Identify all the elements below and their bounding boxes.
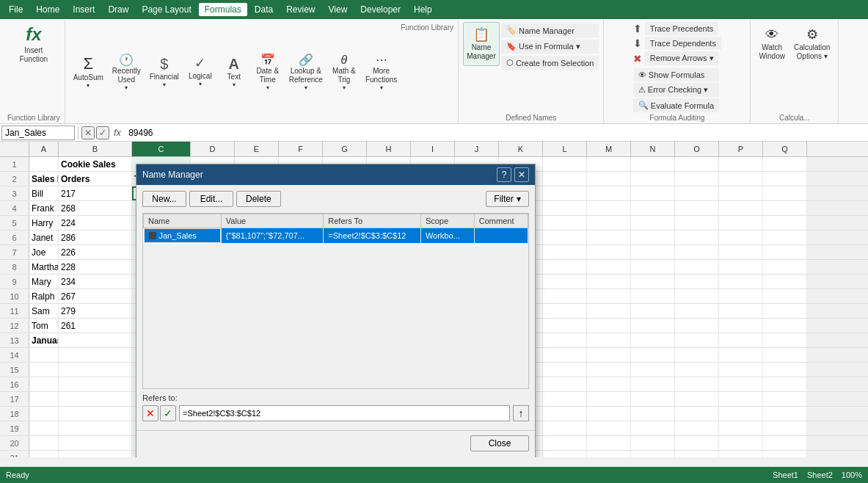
refers-to-row: ✕ ✓ ↑ [142,405,529,421]
calculation-options-button[interactable]: ⚙ CalculationOptions ▾ [790,22,834,66]
define-name-button[interactable]: 🏷️ Name Manager [501,23,599,37]
ribbon-content: fx InsertFunction [16,22,51,112]
menu-item-page-layout[interactable]: Page Layout [136,3,197,16]
ribbon-group-calculation: 👁 WatchWindow ⚙ CalculationOptions ▾ Cal… [751,21,839,123]
refers-to-section: Refers to: ✕ ✓ ↑ [142,393,529,421]
refers-to-cancel-btn[interactable]: ✓ [160,405,176,421]
menu-bar: // Render menu items inline after data l… [0,0,868,19]
menu-item-home[interactable]: Home [30,3,65,16]
cell-name: Jan_Sales [144,228,221,243]
evaluate-formula-button[interactable]: 🔍 Evaluate Formula [633,98,719,112]
dialog-toolbar: New... Edit... Delete Filter ▾ [142,191,529,207]
dialog-footer: Close [136,430,535,457]
trace-precedents-button[interactable]: Trace Precedents [645,22,718,35]
filter-dropdown-icon: ▾ [517,194,521,204]
insert-function-button[interactable]: fx InsertFunction [16,22,51,66]
show-formulas-button[interactable]: 👁 Show Formulas [633,68,719,81]
remove-arrows-button[interactable]: Remove Arrows ▾ [645,51,719,65]
menu-item-developer[interactable]: Developer [354,3,406,16]
menu-item-view[interactable]: View [323,3,354,16]
delete-button[interactable]: Delete [236,191,281,207]
ribbon-group-formula-auditing: ⬆ Trace Precedents ⬇ Trace Dependents ✖ … [604,21,751,123]
col-header-comment: Comment [474,214,528,228]
new-button[interactable]: New... [142,191,186,207]
refers-to-expand-btn[interactable]: ↑ [513,405,529,421]
fx-label[interactable]: fx [114,127,121,138]
ribbon-group-insert-fn: fx InsertFunction Function Library [3,21,65,123]
filter-label: Filter [494,194,514,204]
defined-names-content: 📋 NameManager 🏷️ Name Manager 🔖 Use in F… [463,22,599,112]
create-from-selection-button[interactable]: ⬡ Create from Selection [501,56,599,70]
cell-refers: =Sheet2!$C$3:$C$12 [324,228,421,244]
table-row[interactable]: Jan_Sales {"$81,107";"$72,707... =Sheet2… [144,228,528,244]
ribbon-groups: fx InsertFunction Function Library Σ Aut… [3,21,865,123]
formula-auditing-label: Formula Auditing [649,114,704,122]
refers-to-input[interactable] [179,405,510,421]
dialog-overlay: Name Manager ? ✕ New... Edit... Delete F… [0,142,868,457]
menu-item-review[interactable]: Review [280,3,321,16]
formula-bar: ✕ ✓ fx [0,124,868,142]
calculation-label: Calcula... [779,114,810,122]
cell-value: {"$81,107";"$72,707... [221,228,323,244]
dialog-close-button[interactable]: ✕ [514,167,529,182]
name-manager-button[interactable]: 📋 NameManager [463,22,500,66]
dialog-title: Name Manager [142,170,203,180]
menu-item-formulas[interactable]: Formulas [199,3,247,16]
cell-comment [474,228,528,244]
dialog-toolbar-left: New... Edit... Delete [142,191,281,207]
close-dialog-button[interactable]: Close [470,435,529,451]
date-time-button[interactable]: 📅 Date &Time ▾ [252,50,284,94]
confirm-formula-button[interactable]: ✓ [96,126,109,139]
name-box[interactable] [1,126,75,140]
ribbon-group-functions: Σ AutoSum ▾ 🕐 RecentlyUsed ▾ $ Financial… [65,21,459,123]
col-header-value: Value [221,214,323,228]
name-manager-dialog: Name Manager ? ✕ New... Edit... Delete F… [136,164,536,457]
col-header-refers: Refers To [324,214,421,228]
cell-name-value: Jan_Sales [159,231,197,240]
col-header-scope: Scope [420,214,474,228]
formula-icons: ✕ ✓ [81,126,109,139]
refers-to-icons: ✕ ✓ [142,405,176,421]
nm-table-container: Name Value Refers To Scope Comment [142,213,529,389]
menu-item-draw[interactable]: Draw [102,3,134,16]
logical-button[interactable]: ✓ Logical ▾ [184,50,216,94]
math-trig-button[interactable]: θ Math &Trig ▾ [328,50,360,94]
function-library-label: Function Library [7,114,60,122]
more-functions-button[interactable]: ⋯ MoreFunctions ▾ [362,50,401,94]
dialog-title-bar: Name Manager ? ✕ [136,164,535,185]
defined-names-label: Defined Names [506,114,556,122]
financial-button[interactable]: $ Financial ▾ [146,50,183,94]
nm-table: Name Value Refers To Scope Comment [143,214,528,244]
error-checking-button[interactable]: ⚠ Error Checking ▾ [633,83,719,97]
text-button[interactable]: A Text ▾ [218,50,250,94]
trace-dependents-button[interactable]: Trace Dependents [645,37,721,50]
ribbon: fx InsertFunction Function Library Σ Aut… [0,19,868,124]
formula-bar-separator [78,126,79,139]
row-icon [149,232,156,239]
lookup-reference-button[interactable]: 🔗 Lookup &Reference ▾ [285,50,327,94]
cell-scope: Workbo... [420,228,474,244]
refers-to-label: Refers to: [142,393,529,402]
menu-item-file[interactable]: File [3,3,29,16]
function-library-label2: Function Library [401,23,453,122]
menu-item-insert[interactable]: Insert [67,3,101,16]
calculation-content: 👁 WatchWindow ⚙ CalculationOptions ▾ [755,22,834,112]
dialog-help-button[interactable]: ? [497,167,511,182]
filter-button[interactable]: Filter ▾ [486,191,529,207]
watch-window-button[interactable]: 👁 WatchWindow [755,22,789,66]
cancel-formula-button[interactable]: ✕ [81,126,95,139]
formula-input[interactable] [125,128,867,138]
spreadsheet-area: A B C D E F G H I J K L M N O P Q 1Cooki… [0,142,868,457]
menu-item-help[interactable]: Help [408,3,438,16]
autosum-button[interactable]: Σ AutoSum ▾ [70,50,107,94]
recently-used-button[interactable]: 🕐 RecentlyUsed ▾ [109,50,145,94]
formula-auditing-content: ⬆ Trace Precedents ⬇ Trace Dependents ✖ … [633,22,721,112]
refers-to-confirm-btn[interactable]: ✕ [142,405,158,421]
menu-item-data[interactable]: Data [249,3,279,16]
use-in-formula-button[interactable]: 🔖 Use in Formula ▾ [501,40,599,54]
ribbon-group-defined-names: 📋 NameManager 🏷️ Name Manager 🔖 Use in F… [459,21,604,123]
dialog-body: New... Edit... Delete Filter ▾ Name [136,185,535,427]
col-header-name: Name [144,214,222,228]
table-header-row: Name Value Refers To Scope Comment [144,214,528,228]
edit-button[interactable]: Edit... [189,191,233,207]
